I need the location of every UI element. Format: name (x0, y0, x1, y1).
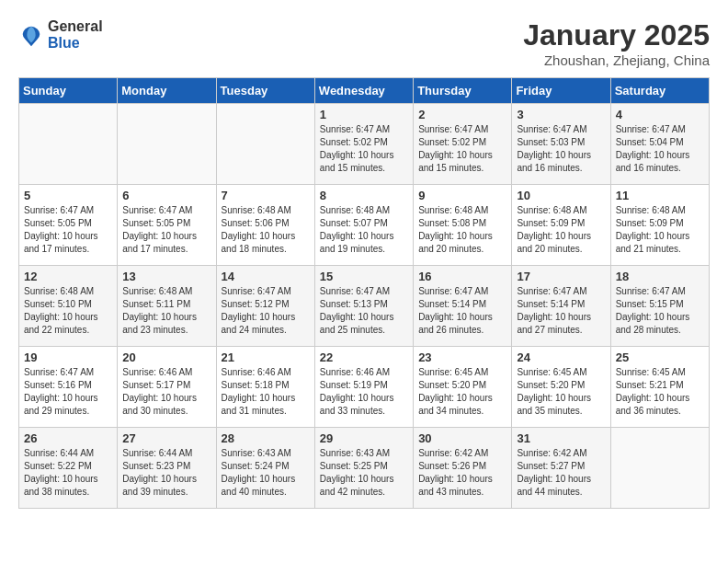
day-number: 30 (418, 431, 506, 445)
calendar-table: SundayMondayTuesdayWednesdayThursdayFrid… (18, 77, 710, 509)
calendar-cell: 13Sunrise: 6:48 AMSunset: 5:11 PMDayligh… (118, 266, 216, 347)
day-number: 17 (517, 270, 605, 283)
day-number: 12 (24, 270, 112, 283)
week-row-2: 5Sunrise: 6:47 AMSunset: 5:05 PMDaylight… (19, 185, 710, 266)
day-number: 6 (122, 189, 210, 202)
day-info: Sunrise: 6:47 AMSunset: 5:03 PMDaylight:… (517, 123, 605, 175)
week-row-3: 12Sunrise: 6:48 AMSunset: 5:10 PMDayligh… (19, 266, 710, 347)
calendar-cell: 11Sunrise: 6:48 AMSunset: 5:09 PMDayligh… (610, 185, 709, 266)
logo-text: General Blue (48, 18, 103, 52)
day-info: Sunrise: 6:43 AMSunset: 5:25 PMDaylight:… (320, 447, 408, 499)
day-info: Sunrise: 6:47 AMSunset: 5:16 PMDaylight:… (24, 366, 112, 418)
day-number: 27 (122, 431, 210, 445)
day-info: Sunrise: 6:48 AMSunset: 5:10 PMDaylight:… (24, 285, 112, 337)
calendar-cell: 22Sunrise: 6:46 AMSunset: 5:19 PMDayligh… (314, 347, 413, 428)
weekday-header-thursday: Thursday (414, 78, 512, 104)
calendar-cell: 17Sunrise: 6:47 AMSunset: 5:14 PMDayligh… (512, 266, 610, 347)
calendar-cell: 10Sunrise: 6:48 AMSunset: 5:09 PMDayligh… (512, 185, 610, 266)
day-number: 10 (517, 189, 605, 202)
day-number: 14 (222, 270, 310, 283)
day-number: 29 (320, 431, 408, 445)
day-number: 21 (222, 350, 310, 364)
calendar-cell: 24Sunrise: 6:45 AMSunset: 5:20 PMDayligh… (512, 347, 610, 428)
day-info: Sunrise: 6:47 AMSunset: 5:12 PMDaylight:… (222, 285, 310, 337)
day-info: Sunrise: 6:46 AMSunset: 5:17 PMDaylight:… (122, 366, 210, 418)
day-info: Sunrise: 6:46 AMSunset: 5:19 PMDaylight:… (320, 366, 408, 418)
day-info: Sunrise: 6:47 AMSunset: 5:14 PMDaylight:… (517, 285, 605, 337)
day-info: Sunrise: 6:43 AMSunset: 5:24 PMDaylight:… (222, 447, 310, 499)
day-info: Sunrise: 6:45 AMSunset: 5:20 PMDaylight:… (517, 366, 605, 418)
page-header: General Blue January 2025 Zhoushan, Zhej… (18, 18, 710, 68)
week-row-1: 1Sunrise: 6:47 AMSunset: 5:02 PMDaylight… (19, 104, 710, 185)
calendar-cell: 8Sunrise: 6:48 AMSunset: 5:07 PMDaylight… (314, 185, 413, 266)
calendar-cell: 28Sunrise: 6:43 AMSunset: 5:24 PMDayligh… (216, 428, 314, 509)
weekday-header-tuesday: Tuesday (216, 78, 314, 104)
day-info: Sunrise: 6:48 AMSunset: 5:08 PMDaylight:… (418, 204, 506, 256)
day-info: Sunrise: 6:47 AMSunset: 5:04 PMDaylight:… (616, 123, 704, 175)
day-info: Sunrise: 6:46 AMSunset: 5:18 PMDaylight:… (222, 366, 310, 418)
weekday-header-saturday: Saturday (610, 78, 709, 104)
day-number: 8 (320, 189, 408, 202)
day-info: Sunrise: 6:47 AMSunset: 5:05 PMDaylight:… (122, 204, 210, 256)
day-number: 28 (222, 431, 310, 445)
day-number: 18 (616, 270, 704, 283)
day-info: Sunrise: 6:42 AMSunset: 5:26 PMDaylight:… (418, 447, 506, 499)
calendar-cell: 15Sunrise: 6:47 AMSunset: 5:13 PMDayligh… (314, 266, 413, 347)
weekday-header-sunday: Sunday (19, 78, 118, 104)
calendar-cell: 9Sunrise: 6:48 AMSunset: 5:08 PMDaylight… (414, 185, 512, 266)
day-info: Sunrise: 6:45 AMSunset: 5:21 PMDaylight:… (616, 366, 704, 418)
day-info: Sunrise: 6:48 AMSunset: 5:07 PMDaylight:… (320, 204, 408, 256)
calendar-cell: 18Sunrise: 6:47 AMSunset: 5:15 PMDayligh… (610, 266, 709, 347)
calendar-cell: 16Sunrise: 6:47 AMSunset: 5:14 PMDayligh… (414, 266, 512, 347)
day-number: 5 (24, 189, 112, 202)
day-info: Sunrise: 6:44 AMSunset: 5:23 PMDaylight:… (122, 447, 210, 499)
calendar-cell: 31Sunrise: 6:42 AMSunset: 5:27 PMDayligh… (512, 428, 610, 509)
day-info: Sunrise: 6:47 AMSunset: 5:02 PMDaylight:… (320, 123, 408, 175)
calendar-cell: 5Sunrise: 6:47 AMSunset: 5:05 PMDaylight… (19, 185, 118, 266)
day-info: Sunrise: 6:48 AMSunset: 5:06 PMDaylight:… (222, 204, 310, 256)
day-number: 23 (418, 350, 506, 364)
calendar-cell: 25Sunrise: 6:45 AMSunset: 5:21 PMDayligh… (610, 347, 709, 428)
calendar-cell: 27Sunrise: 6:44 AMSunset: 5:23 PMDayligh… (118, 428, 216, 509)
day-number: 31 (517, 431, 605, 445)
day-info: Sunrise: 6:45 AMSunset: 5:20 PMDaylight:… (418, 366, 506, 418)
calendar-cell: 26Sunrise: 6:44 AMSunset: 5:22 PMDayligh… (19, 428, 118, 509)
day-number: 20 (122, 350, 210, 364)
calendar-cell: 6Sunrise: 6:47 AMSunset: 5:05 PMDaylight… (118, 185, 216, 266)
calendar-cell: 2Sunrise: 6:47 AMSunset: 5:02 PMDaylight… (414, 104, 512, 185)
calendar-cell: 29Sunrise: 6:43 AMSunset: 5:25 PMDayligh… (314, 428, 413, 509)
day-number: 11 (616, 189, 704, 202)
day-number: 1 (320, 108, 408, 121)
day-number: 3 (517, 108, 605, 121)
day-info: Sunrise: 6:48 AMSunset: 5:11 PMDaylight:… (122, 285, 210, 337)
calendar-cell: 14Sunrise: 6:47 AMSunset: 5:12 PMDayligh… (216, 266, 314, 347)
day-number: 16 (418, 270, 506, 283)
day-info: Sunrise: 6:48 AMSunset: 5:09 PMDaylight:… (616, 204, 704, 256)
calendar-cell: 20Sunrise: 6:46 AMSunset: 5:17 PMDayligh… (118, 347, 216, 428)
day-number: 15 (320, 270, 408, 283)
day-number: 24 (517, 350, 605, 364)
weekday-header-friday: Friday (512, 78, 610, 104)
day-number: 19 (24, 350, 112, 364)
calendar-cell: 30Sunrise: 6:42 AMSunset: 5:26 PMDayligh… (414, 428, 512, 509)
calendar-cell: 7Sunrise: 6:48 AMSunset: 5:06 PMDaylight… (216, 185, 314, 266)
location: Zhoushan, Zhejiang, China (523, 52, 710, 68)
day-info: Sunrise: 6:47 AMSunset: 5:15 PMDaylight:… (616, 285, 704, 337)
calendar-cell (216, 104, 314, 185)
day-info: Sunrise: 6:47 AMSunset: 5:02 PMDaylight:… (418, 123, 506, 175)
day-info: Sunrise: 6:47 AMSunset: 5:14 PMDaylight:… (418, 285, 506, 337)
day-number: 9 (418, 189, 506, 202)
day-info: Sunrise: 6:44 AMSunset: 5:22 PMDaylight:… (24, 447, 112, 499)
calendar-cell: 4Sunrise: 6:47 AMSunset: 5:04 PMDaylight… (610, 104, 709, 185)
calendar-cell (610, 428, 709, 509)
logo: General Blue (18, 18, 103, 52)
week-row-5: 26Sunrise: 6:44 AMSunset: 5:22 PMDayligh… (19, 428, 710, 509)
day-number: 2 (418, 108, 506, 121)
weekday-header-row: SundayMondayTuesdayWednesdayThursdayFrid… (19, 78, 710, 104)
week-row-4: 19Sunrise: 6:47 AMSunset: 5:16 PMDayligh… (19, 347, 710, 428)
title-block: January 2025 Zhoushan, Zhejiang, China (523, 18, 710, 68)
day-info: Sunrise: 6:42 AMSunset: 5:27 PMDaylight:… (517, 447, 605, 499)
day-info: Sunrise: 6:47 AMSunset: 5:05 PMDaylight:… (24, 204, 112, 256)
calendar-cell (118, 104, 216, 185)
calendar-cell: 21Sunrise: 6:46 AMSunset: 5:18 PMDayligh… (216, 347, 314, 428)
